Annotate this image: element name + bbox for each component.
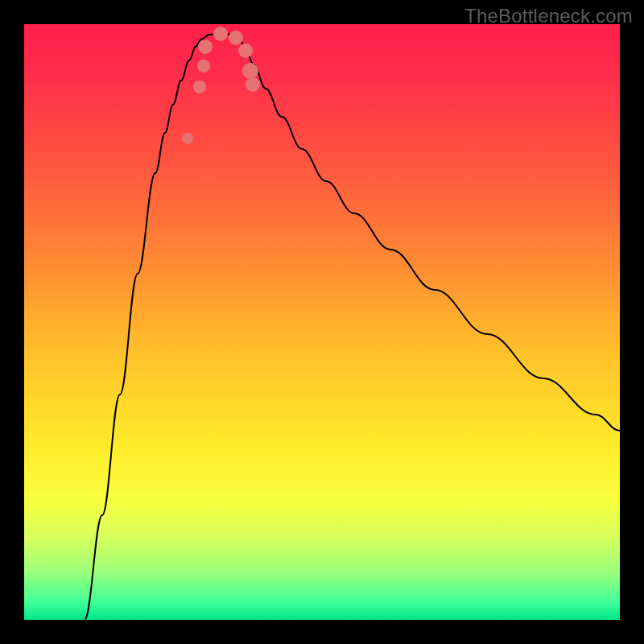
curve-marker-dot	[182, 133, 193, 144]
curve-marker-dot	[242, 63, 258, 79]
curve-marker-dot	[229, 31, 243, 45]
curve-marker-dot	[198, 39, 213, 54]
curve-markers	[182, 27, 260, 144]
curve-right-branch	[245, 47, 620, 431]
curve-marker-dot	[197, 60, 210, 72]
curve-marker-dot	[246, 77, 260, 92]
curve-left-branch	[85, 47, 196, 620]
bottleneck-curve-chart	[24, 24, 620, 620]
curve-marker-dot	[238, 43, 253, 58]
curve-marker-dot	[213, 27, 228, 41]
curve-marker-dot	[193, 80, 206, 93]
